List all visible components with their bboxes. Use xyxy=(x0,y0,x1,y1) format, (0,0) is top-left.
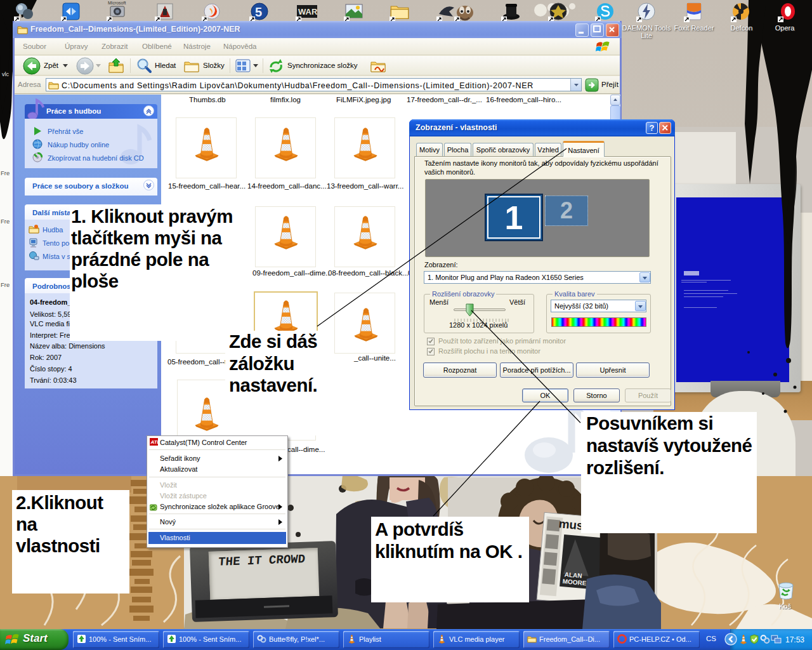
svg-text:mus: mus xyxy=(558,517,584,532)
svg-text:vlc: vlc xyxy=(2,71,9,77)
svg-text:WAR: WAR xyxy=(298,7,318,17)
svg-text:Microsoft: Microsoft xyxy=(108,1,126,5)
svg-text:ATI: ATI xyxy=(150,439,159,445)
svg-text:Fre: Fre xyxy=(1,218,10,225)
svg-text:Fre: Fre xyxy=(1,169,10,176)
svg-text:5: 5 xyxy=(255,5,262,19)
svg-text:Fre: Fre xyxy=(1,281,10,288)
